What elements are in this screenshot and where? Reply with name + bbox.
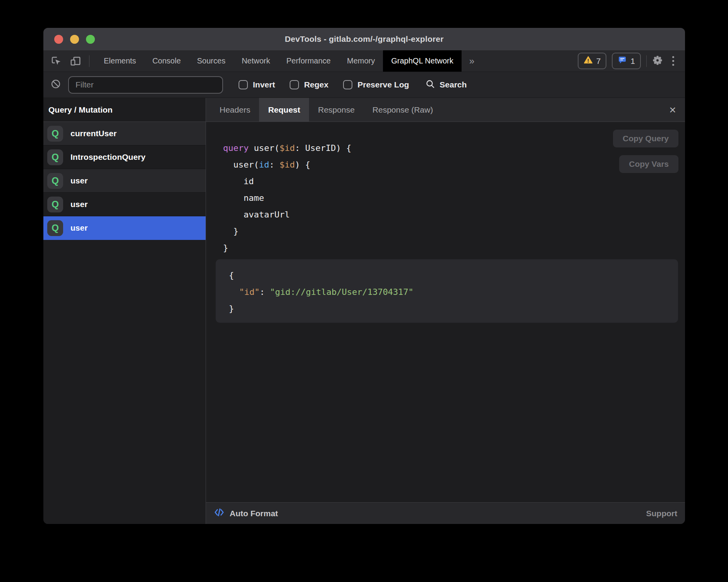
variables-code: { "id": "gid://gitlab/User/13704317"} bbox=[229, 267, 678, 317]
request-panel-body: query user($id: UserID) { user(id: $id) … bbox=[206, 122, 685, 502]
block-icon[interactable] bbox=[50, 79, 61, 91]
tab-headers[interactable]: Headers bbox=[211, 98, 259, 122]
query-type-badge: Q bbox=[47, 173, 63, 189]
tab-sources[interactable]: Sources bbox=[189, 50, 234, 72]
checkbox-icon bbox=[239, 80, 248, 89]
filter-bar: Invert Regex Preserve Log Search bbox=[43, 72, 685, 98]
message-icon bbox=[618, 55, 627, 67]
query-list-sidebar: Query / Mutation Q currentUser Q Introsp… bbox=[43, 98, 206, 524]
tab-elements[interactable]: Elements bbox=[96, 50, 144, 72]
more-tabs-icon[interactable]: » bbox=[462, 50, 482, 72]
invert-checkbox[interactable]: Invert bbox=[239, 80, 275, 89]
search-label: Search bbox=[440, 80, 467, 89]
close-window-button[interactable] bbox=[54, 35, 63, 44]
copy-vars-button[interactable]: Copy Vars bbox=[619, 155, 678, 173]
query-name: user bbox=[70, 223, 88, 233]
query-type-badge: Q bbox=[47, 149, 63, 165]
sidebar-header: Query / Mutation bbox=[43, 98, 206, 122]
auto-format-button[interactable]: Auto Format bbox=[214, 507, 278, 520]
query-name: user bbox=[70, 200, 88, 209]
devtools-toolbar: Elements Console Sources Network Perform… bbox=[43, 50, 685, 72]
checkbox-icon bbox=[290, 80, 299, 89]
copy-query-button[interactable]: Copy Query bbox=[613, 130, 678, 147]
panel-footer: Auto Format Support bbox=[206, 502, 685, 524]
warnings-badge[interactable]: 7 bbox=[578, 53, 607, 69]
code-brackets-icon bbox=[214, 507, 225, 520]
query-list-item-user-3-selected[interactable]: Q user bbox=[43, 216, 206, 240]
issues-count: 1 bbox=[630, 56, 635, 66]
toolbar-separator bbox=[646, 55, 647, 67]
query-list-item-introspectionQuery[interactable]: Q IntrospectionQuery bbox=[43, 146, 206, 169]
query-list-item-currentUser[interactable]: Q currentUser bbox=[43, 122, 206, 146]
support-link[interactable]: Support bbox=[646, 509, 677, 518]
kebab-menu-icon[interactable] bbox=[668, 56, 678, 66]
warning-icon bbox=[584, 55, 593, 67]
filter-input[interactable] bbox=[68, 76, 223, 94]
query-name: user bbox=[70, 176, 88, 185]
warning-count: 7 bbox=[596, 56, 601, 66]
title-bar: DevTools - gitlab.com/-/graphql-explorer bbox=[43, 28, 685, 50]
auto-format-label: Auto Format bbox=[230, 509, 278, 518]
minimize-window-button[interactable] bbox=[70, 35, 79, 44]
tab-request[interactable]: Request bbox=[259, 98, 309, 122]
window-controls bbox=[54, 28, 95, 50]
window-title: DevTools - gitlab.com/-/graphql-explorer bbox=[285, 34, 443, 44]
tab-graphql-network[interactable]: GraphQL Network bbox=[383, 50, 461, 72]
query-list-item-user-2[interactable]: Q user bbox=[43, 193, 206, 216]
query-type-badge: Q bbox=[47, 197, 63, 212]
tab-response[interactable]: Response bbox=[309, 98, 364, 122]
tab-memory[interactable]: Memory bbox=[339, 50, 383, 72]
preserve-log-checkbox[interactable]: Preserve Log bbox=[343, 80, 409, 89]
detail-panel: Headers Request Response Response (Raw) … bbox=[206, 98, 685, 524]
devtools-window: DevTools - gitlab.com/-/graphql-explorer… bbox=[43, 28, 685, 524]
tab-response-raw[interactable]: Response (Raw) bbox=[364, 98, 442, 122]
query-name: currentUser bbox=[70, 129, 117, 138]
search-button[interactable]: Search bbox=[425, 79, 467, 91]
zoom-window-button[interactable] bbox=[86, 35, 95, 44]
tab-console[interactable]: Console bbox=[144, 50, 189, 72]
query-variables-box: { "id": "gid://gitlab/User/13704317"} bbox=[216, 259, 678, 323]
query-list-item-user-1[interactable]: Q user bbox=[43, 169, 206, 193]
inspect-element-icon[interactable] bbox=[50, 55, 62, 67]
tab-performance[interactable]: Performance bbox=[278, 50, 339, 72]
query-type-badge: Q bbox=[47, 126, 63, 142]
query-name: IntrospectionQuery bbox=[70, 152, 146, 162]
device-toolbar-icon[interactable] bbox=[70, 55, 81, 67]
gear-icon[interactable] bbox=[652, 55, 663, 67]
query-type-badge: Q bbox=[47, 220, 63, 236]
request-code: query user($id: UserID) { user(id: $id) … bbox=[223, 140, 351, 256]
search-icon bbox=[425, 79, 435, 91]
regex-checkbox[interactable]: Regex bbox=[290, 80, 328, 89]
checkbox-icon bbox=[343, 80, 352, 89]
detail-tabs: Headers Request Response Response (Raw) … bbox=[206, 98, 685, 122]
issues-badge[interactable]: 1 bbox=[612, 53, 641, 69]
tab-network[interactable]: Network bbox=[234, 50, 278, 72]
close-icon[interactable]: × bbox=[660, 98, 685, 122]
toolbar-separator bbox=[89, 55, 89, 67]
